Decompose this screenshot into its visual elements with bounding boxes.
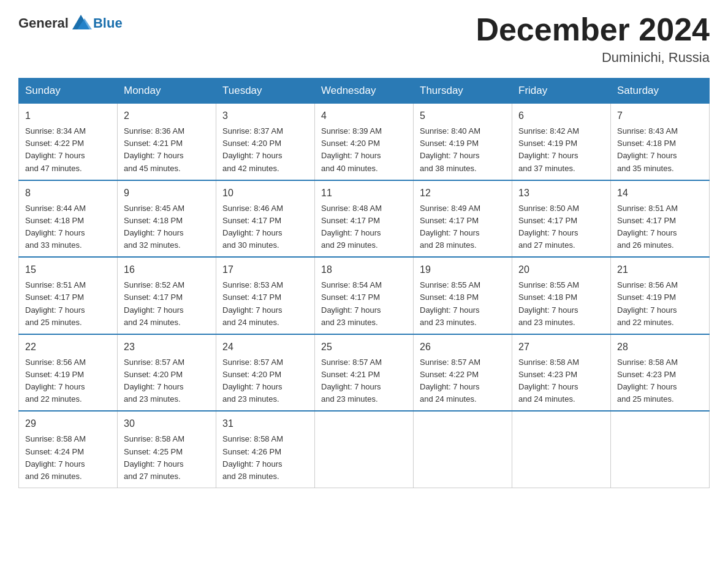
calendar-cell: 21Sunrise: 8:56 AMSunset: 4:19 PMDayligh… [611, 257, 710, 334]
col-header-saturday: Saturday [611, 79, 710, 104]
day-number: 4 [321, 109, 407, 123]
calendar-cell: 17Sunrise: 8:53 AMSunset: 4:17 PMDayligh… [216, 257, 315, 334]
calendar-week-row: 29Sunrise: 8:58 AMSunset: 4:24 PMDayligh… [19, 411, 710, 488]
calendar-cell: 13Sunrise: 8:50 AMSunset: 4:17 PMDayligh… [512, 180, 611, 258]
day-info: Sunrise: 8:52 AMSunset: 4:17 PMDaylight:… [124, 279, 210, 329]
calendar-cell [315, 411, 414, 488]
day-number: 23 [124, 340, 210, 354]
day-info: Sunrise: 8:55 AMSunset: 4:18 PMDaylight:… [420, 279, 506, 329]
day-number: 14 [617, 186, 703, 201]
day-info: Sunrise: 8:45 AMSunset: 4:18 PMDaylight:… [124, 202, 210, 252]
day-info: Sunrise: 8:57 AMSunset: 4:21 PMDaylight:… [321, 356, 407, 406]
logo: General Blue [18, 12, 123, 34]
logo-blue-text: Blue [93, 15, 123, 31]
col-header-friday: Friday [512, 79, 611, 104]
day-number: 27 [518, 340, 604, 354]
calendar-cell: 15Sunrise: 8:51 AMSunset: 4:17 PMDayligh… [19, 257, 118, 334]
day-info: Sunrise: 8:49 AMSunset: 4:17 PMDaylight:… [420, 202, 506, 252]
day-number: 20 [518, 262, 604, 277]
title-block: December 2024 Duminichi, Russia [476, 12, 710, 66]
day-info: Sunrise: 8:46 AMSunset: 4:17 PMDaylight:… [222, 202, 308, 252]
day-number: 24 [222, 340, 308, 354]
calendar-cell: 7Sunrise: 8:43 AMSunset: 4:18 PMDaylight… [611, 104, 710, 180]
day-info: Sunrise: 8:51 AMSunset: 4:17 PMDaylight:… [617, 202, 703, 252]
calendar-week-row: 1Sunrise: 8:34 AMSunset: 4:22 PMDaylight… [19, 104, 710, 180]
day-info: Sunrise: 8:37 AMSunset: 4:20 PMDaylight:… [222, 125, 308, 175]
day-info: Sunrise: 8:44 AMSunset: 4:18 PMDaylight:… [25, 202, 111, 252]
calendar-cell: 24Sunrise: 8:57 AMSunset: 4:20 PMDayligh… [216, 334, 315, 412]
calendar-cell: 14Sunrise: 8:51 AMSunset: 4:17 PMDayligh… [611, 180, 710, 258]
location: Duminichi, Russia [476, 50, 710, 66]
day-number: 7 [617, 109, 703, 123]
col-header-tuesday: Tuesday [216, 79, 315, 104]
day-number: 2 [124, 109, 210, 123]
page-header: General Blue December 2024 Duminichi, Ru… [18, 12, 710, 66]
day-number: 16 [124, 262, 210, 277]
col-header-sunday: Sunday [19, 79, 118, 104]
calendar-cell: 27Sunrise: 8:58 AMSunset: 4:23 PMDayligh… [512, 334, 611, 412]
day-info: Sunrise: 8:57 AMSunset: 4:22 PMDaylight:… [420, 356, 506, 406]
day-info: Sunrise: 8:58 AMSunset: 4:23 PMDaylight:… [518, 356, 604, 406]
calendar-cell: 10Sunrise: 8:46 AMSunset: 4:17 PMDayligh… [216, 180, 315, 258]
calendar-week-row: 22Sunrise: 8:56 AMSunset: 4:19 PMDayligh… [19, 334, 710, 412]
calendar-week-row: 8Sunrise: 8:44 AMSunset: 4:18 PMDaylight… [19, 180, 710, 258]
calendar-cell [414, 411, 512, 488]
calendar-cell: 28Sunrise: 8:58 AMSunset: 4:23 PMDayligh… [611, 334, 710, 412]
day-info: Sunrise: 8:57 AMSunset: 4:20 PMDaylight:… [222, 356, 308, 406]
calendar-week-row: 15Sunrise: 8:51 AMSunset: 4:17 PMDayligh… [19, 257, 710, 334]
day-number: 28 [617, 340, 703, 354]
day-number: 11 [321, 186, 407, 201]
calendar-cell: 20Sunrise: 8:55 AMSunset: 4:18 PMDayligh… [512, 257, 611, 334]
calendar-cell: 19Sunrise: 8:55 AMSunset: 4:18 PMDayligh… [414, 257, 512, 334]
day-number: 21 [617, 262, 703, 277]
calendar-cell: 23Sunrise: 8:57 AMSunset: 4:20 PMDayligh… [118, 334, 216, 412]
day-info: Sunrise: 8:56 AMSunset: 4:19 PMDaylight:… [25, 356, 111, 406]
col-header-monday: Monday [118, 79, 216, 104]
day-info: Sunrise: 8:54 AMSunset: 4:17 PMDaylight:… [321, 279, 407, 329]
day-number: 25 [321, 340, 407, 354]
day-info: Sunrise: 8:58 AMSunset: 4:23 PMDaylight:… [617, 356, 703, 406]
day-info: Sunrise: 8:51 AMSunset: 4:17 PMDaylight:… [25, 279, 111, 329]
day-info: Sunrise: 8:58 AMSunset: 4:24 PMDaylight:… [25, 433, 111, 483]
day-number: 29 [25, 416, 111, 431]
calendar-cell: 18Sunrise: 8:54 AMSunset: 4:17 PMDayligh… [315, 257, 414, 334]
day-info: Sunrise: 8:53 AMSunset: 4:17 PMDaylight:… [222, 279, 308, 329]
day-info: Sunrise: 8:58 AMSunset: 4:26 PMDaylight:… [222, 433, 308, 483]
calendar-cell: 22Sunrise: 8:56 AMSunset: 4:19 PMDayligh… [19, 334, 118, 412]
day-info: Sunrise: 8:36 AMSunset: 4:21 PMDaylight:… [124, 125, 210, 175]
day-info: Sunrise: 8:43 AMSunset: 4:18 PMDaylight:… [617, 125, 703, 175]
logo-general-text: General [18, 15, 69, 31]
col-header-wednesday: Wednesday [315, 79, 414, 104]
calendar-cell: 9Sunrise: 8:45 AMSunset: 4:18 PMDaylight… [118, 180, 216, 258]
day-info: Sunrise: 8:34 AMSunset: 4:22 PMDaylight:… [25, 125, 111, 175]
calendar-cell: 29Sunrise: 8:58 AMSunset: 4:24 PMDayligh… [19, 411, 118, 488]
day-info: Sunrise: 8:55 AMSunset: 4:18 PMDaylight:… [518, 279, 604, 329]
calendar-cell: 11Sunrise: 8:48 AMSunset: 4:17 PMDayligh… [315, 180, 414, 258]
day-info: Sunrise: 8:58 AMSunset: 4:25 PMDaylight:… [124, 433, 210, 483]
calendar-cell: 2Sunrise: 8:36 AMSunset: 4:21 PMDaylight… [118, 104, 216, 180]
day-number: 31 [222, 416, 308, 431]
calendar-cell: 16Sunrise: 8:52 AMSunset: 4:17 PMDayligh… [118, 257, 216, 334]
day-number: 30 [124, 416, 210, 431]
calendar-cell: 5Sunrise: 8:40 AMSunset: 4:19 PMDaylight… [414, 104, 512, 180]
day-number: 22 [25, 340, 111, 354]
calendar-cell: 3Sunrise: 8:37 AMSunset: 4:20 PMDaylight… [216, 104, 315, 180]
calendar-cell [611, 411, 710, 488]
calendar-cell: 26Sunrise: 8:57 AMSunset: 4:22 PMDayligh… [414, 334, 512, 412]
calendar-table: SundayMondayTuesdayWednesdayThursdayFrid… [18, 78, 710, 488]
calendar-header-row: SundayMondayTuesdayWednesdayThursdayFrid… [19, 79, 710, 104]
day-number: 8 [25, 186, 111, 201]
day-info: Sunrise: 8:48 AMSunset: 4:17 PMDaylight:… [321, 202, 407, 252]
calendar-cell: 12Sunrise: 8:49 AMSunset: 4:17 PMDayligh… [414, 180, 512, 258]
logo-icon [70, 12, 92, 34]
calendar-cell: 30Sunrise: 8:58 AMSunset: 4:25 PMDayligh… [118, 411, 216, 488]
calendar-cell: 25Sunrise: 8:57 AMSunset: 4:21 PMDayligh… [315, 334, 414, 412]
day-info: Sunrise: 8:42 AMSunset: 4:19 PMDaylight:… [518, 125, 604, 175]
day-number: 19 [420, 262, 506, 277]
day-number: 3 [222, 109, 308, 123]
calendar-cell: 1Sunrise: 8:34 AMSunset: 4:22 PMDaylight… [19, 104, 118, 180]
calendar-cell: 4Sunrise: 8:39 AMSunset: 4:20 PMDaylight… [315, 104, 414, 180]
calendar-cell: 31Sunrise: 8:58 AMSunset: 4:26 PMDayligh… [216, 411, 315, 488]
day-number: 12 [420, 186, 506, 201]
month-title: December 2024 [476, 12, 710, 47]
